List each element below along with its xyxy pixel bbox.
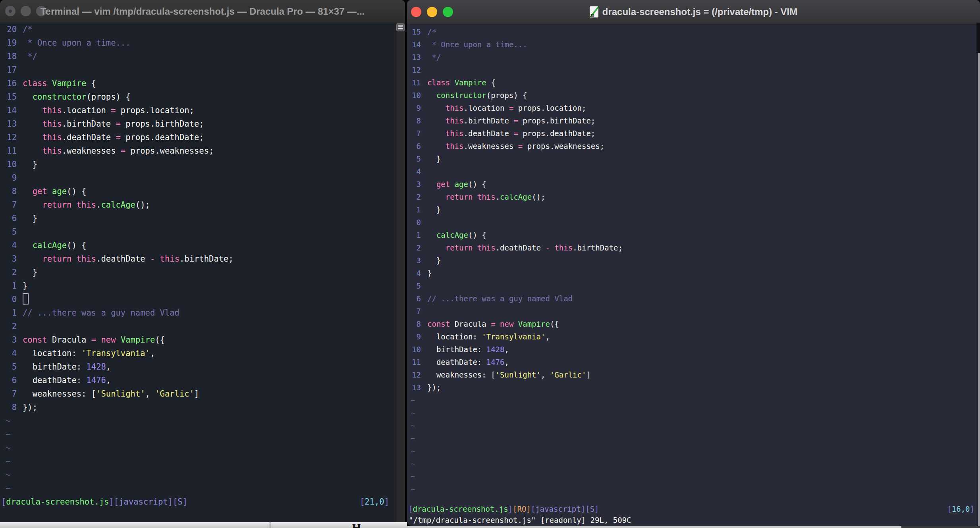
code-token: this xyxy=(42,119,62,129)
code-token: deathDate: xyxy=(23,376,86,385)
code-token: = xyxy=(509,104,513,112)
code-token xyxy=(23,133,42,142)
empty-buffer-line: ~ xyxy=(0,414,395,428)
line-text: } xyxy=(23,266,37,279)
line-number: 6 xyxy=(411,292,421,305)
vim-buffer-left[interactable]: 20/*19 * Once upon a time...18 */1716cla… xyxy=(0,23,405,522)
code-token xyxy=(450,180,454,189)
line-text: constructor(props) { xyxy=(427,89,527,102)
code-token: .birthDate xyxy=(464,116,514,125)
line-number: 13 xyxy=(411,381,421,394)
line-number: 11 xyxy=(6,144,17,158)
line-number: 13 xyxy=(411,51,421,64)
code-token: * Once upon a time... xyxy=(23,38,131,48)
scrollbar-track[interactable] xyxy=(395,23,405,522)
code-line: 9 this.location = props.location; xyxy=(407,102,980,114)
background-window-strip xyxy=(0,522,407,528)
line-text: location: 'Transylvania', xyxy=(23,347,155,360)
code-token: constructor xyxy=(33,92,87,102)
code-token xyxy=(23,106,42,115)
code-token: .birthDate; xyxy=(179,254,233,264)
code-token: [ xyxy=(531,505,535,513)
line-number: 13 xyxy=(6,117,17,131)
tilde-marker: ~ xyxy=(6,414,10,428)
code-token: const xyxy=(427,320,450,328)
vim-buffer-right[interactable]: 15/*14 * Once upon a time...13 */1211cla… xyxy=(407,24,980,526)
empty-buffer-line: ~ xyxy=(0,428,395,441)
code-area-left[interactable]: 20/*19 * Once upon a time...18 */1716cla… xyxy=(0,23,395,495)
code-token: = xyxy=(513,129,518,138)
line-text: const Dracula = new Vampire({ xyxy=(427,318,559,330)
code-token: */ xyxy=(427,53,441,62)
code-token: ({ xyxy=(155,335,165,345)
code-line: 5 } xyxy=(407,152,980,165)
code-token: */ xyxy=(23,52,37,61)
split-pane-button[interactable] xyxy=(396,23,405,31)
line-text: } xyxy=(427,203,441,216)
code-token: = xyxy=(91,335,96,345)
code-token: S xyxy=(590,505,594,513)
line-number: 7 xyxy=(6,198,17,212)
code-token: = xyxy=(518,142,523,150)
statusline-file-info: [dracula-screenshot.js][javascript][S] xyxy=(1,495,187,509)
minimize-button[interactable] xyxy=(427,7,437,17)
code-token: .birthDate; xyxy=(573,243,623,252)
line-number: 8 xyxy=(411,318,421,330)
terminal-titlebar[interactable]: Terminal — vim /tmp/dracula-screenshot.j… xyxy=(0,0,405,23)
code-token: props.birthDate; xyxy=(518,116,595,125)
code-line: 4} xyxy=(407,267,980,279)
code-token: * Once upon a time... xyxy=(427,40,527,49)
line-text: deathDate: 1476, xyxy=(23,374,111,387)
line-text: this.location = props.location; xyxy=(427,102,586,114)
line-text: get age() { xyxy=(23,185,86,198)
js-document-icon[interactable] xyxy=(590,6,598,17)
macvim-window: dracula-screenshot.js = (/private/tmp) -… xyxy=(407,0,980,526)
code-token: , xyxy=(545,332,550,341)
line-number: 7 xyxy=(411,305,421,318)
code-token: , xyxy=(541,370,550,379)
code-token: = xyxy=(513,116,518,125)
tilde-marker: ~ xyxy=(411,457,415,470)
line-number: 11 xyxy=(411,76,421,89)
code-line: 3 get age() { xyxy=(407,178,980,191)
tilde-marker: ~ xyxy=(411,407,415,419)
tilde-marker: ~ xyxy=(411,394,415,407)
code-token xyxy=(96,335,101,345)
empty-buffer-line: ~ xyxy=(407,445,980,457)
code-token: props.location; xyxy=(116,106,194,115)
code-line: 7 weaknesses: ['Sunlight', 'Garlic'] xyxy=(0,387,395,401)
macvim-window-title: dracula-screenshot.js = (/private/tmp) -… xyxy=(602,0,797,24)
code-line: 7 return this.calcAge(); xyxy=(0,198,395,212)
zoom-button[interactable] xyxy=(443,7,453,17)
line-text: /* xyxy=(23,23,33,36)
line-text: return this.calcAge(); xyxy=(23,198,150,212)
close-button[interactable] xyxy=(411,7,421,17)
code-token: } xyxy=(23,214,37,223)
code-line: 2 return this.calcAge(); xyxy=(407,191,980,203)
code-token: this xyxy=(446,104,464,112)
vim-statusline-left: [dracula-screenshot.js][javascript][S] [… xyxy=(0,495,395,509)
code-token xyxy=(47,79,52,88)
macvim-titlebar[interactable]: dracula-screenshot.js = (/private/tmp) -… xyxy=(407,0,980,24)
code-token: = xyxy=(491,320,495,328)
code-token xyxy=(473,193,477,201)
split-pane-icon xyxy=(398,25,403,27)
code-token: } xyxy=(427,205,441,214)
code-token: age xyxy=(455,180,468,189)
line-number: 2 xyxy=(6,320,17,333)
empty-buffer-line: ~ xyxy=(0,441,395,455)
code-token: this xyxy=(477,193,496,201)
code-line: 7 xyxy=(407,305,980,318)
code-token: 1428 xyxy=(486,345,505,354)
tilde-marker: ~ xyxy=(411,483,415,495)
background-window-edge xyxy=(976,23,980,53)
code-line: 5 xyxy=(407,279,980,292)
code-token: = xyxy=(116,133,121,142)
code-token xyxy=(427,91,436,100)
code-token: , xyxy=(504,345,509,354)
code-line: 1// ...there was a guy named Vlad xyxy=(0,306,395,320)
code-token: [ xyxy=(360,497,365,507)
code-token xyxy=(23,92,33,102)
code-line: 7 this.deathDate = props.deathDate; xyxy=(407,127,980,140)
code-area-right[interactable]: 15/*14 * Once upon a time...13 */1211cla… xyxy=(407,24,980,495)
